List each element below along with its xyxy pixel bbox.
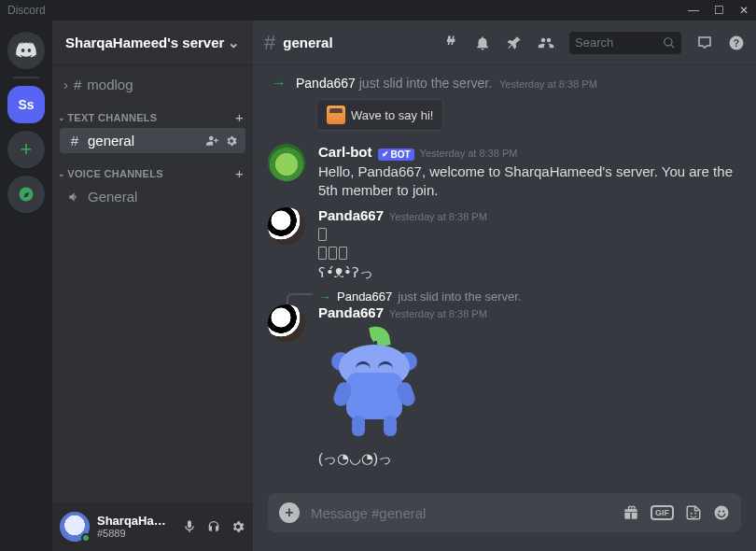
channel-modlog[interactable]: › # modlog xyxy=(56,71,249,98)
username: SharqaHam... xyxy=(97,515,172,528)
pinned-icon[interactable] xyxy=(506,35,523,51)
emoji-icon[interactable] xyxy=(713,504,730,521)
explore-button[interactable] xyxy=(7,176,45,213)
home-button[interactable] xyxy=(7,32,45,69)
discord-logo-icon xyxy=(16,39,36,63)
system-text: Panda667 just slid into the server. Yest… xyxy=(296,76,597,91)
notifications-icon[interactable] xyxy=(474,35,491,51)
channel-label: modlog xyxy=(87,77,133,92)
guild-selected[interactable]: Ss xyxy=(7,86,45,123)
chevron-down-icon: ⌄ xyxy=(228,35,240,51)
window-controls: — ☐ ✕ xyxy=(688,4,749,17)
user-tag: #5889 xyxy=(97,528,172,539)
attach-button[interactable]: + xyxy=(279,502,300,523)
message-content: (っ◔◡◔)っ xyxy=(318,320,741,468)
message-author[interactable]: Panda667 xyxy=(318,304,384,320)
message-timestamp: Yesterday at 8:38 PM xyxy=(389,308,487,319)
chevron-down-icon: ⌄ xyxy=(58,113,65,122)
sticker-wumpus[interactable] xyxy=(318,328,430,449)
message-content: ʕ•́ᴥ•̀ʔっ xyxy=(318,223,741,282)
category-label: VOICE CHANNELS xyxy=(67,168,163,179)
message-timestamp: Yesterday at 8:38 PM xyxy=(420,148,518,159)
message-carlbot: Carl-bot ✔BOT Yesterday at 8:38 PM Hello… xyxy=(253,138,741,202)
invite-icon[interactable] xyxy=(206,134,219,148)
join-arrow-icon: → xyxy=(318,290,331,304)
mute-icon[interactable] xyxy=(182,519,197,534)
message-input[interactable] xyxy=(311,505,611,521)
wave-label: Wave to say hi! xyxy=(351,108,433,122)
gift-icon[interactable] xyxy=(623,504,639,521)
members-icon[interactable] xyxy=(538,35,554,51)
user-panel: SharqaHam... #5889 xyxy=(52,502,253,551)
server-name: SharqaHameed's server xyxy=(65,35,224,50)
category-label: TEXT CHANNELS xyxy=(67,112,157,123)
reply-text: just slid into the server. xyxy=(398,290,521,304)
sticker-icon[interactable] xyxy=(685,504,702,521)
minimize-button[interactable]: — xyxy=(688,4,699,17)
search-icon xyxy=(663,36,676,49)
gif-icon[interactable]: GIF xyxy=(651,505,674,520)
message-panda-1: Panda667 Yesterday at 8:38 PM ʕ•́ᴥ•̀ʔっ xyxy=(253,202,741,284)
channel-general-voice[interactable]: General xyxy=(60,184,245,209)
help-icon[interactable]: ? xyxy=(728,35,745,51)
status-online-icon xyxy=(81,533,91,543)
svg-point-6 xyxy=(719,510,721,512)
svg-point-4 xyxy=(694,513,696,515)
app-title: Discord xyxy=(7,4,46,17)
threads-icon[interactable] xyxy=(442,35,459,51)
chat-area: # general Search xyxy=(253,21,756,551)
gear-icon[interactable] xyxy=(225,134,238,148)
plus-icon: + xyxy=(21,137,33,162)
channel-title: general xyxy=(283,35,332,50)
bot-badge: ✔BOT xyxy=(378,148,414,161)
message-timestamp: Yesterday at 8:38 PM xyxy=(389,211,487,222)
maximize-button[interactable]: ☐ xyxy=(714,4,724,17)
guild-separator xyxy=(13,77,39,78)
svg-text:?: ? xyxy=(734,36,739,48)
category-voice-channels[interactable]: ⌄ VOICE CHANNELS + xyxy=(56,154,249,183)
add-server-button[interactable]: + xyxy=(7,131,45,168)
reply-user: Panda667 xyxy=(337,290,392,304)
close-button[interactable]: ✕ xyxy=(739,4,749,17)
reply-reference[interactable]: → Panda667 just slid into the server. xyxy=(253,284,741,304)
channel-label: General xyxy=(88,189,137,205)
chat-header: # general Search xyxy=(253,21,756,65)
speaker-icon xyxy=(67,191,82,204)
join-arrow-icon: → xyxy=(272,75,287,92)
avatar[interactable] xyxy=(268,207,305,245)
wave-button[interactable]: Wave to say hi! xyxy=(316,99,443,131)
add-channel-button[interactable]: + xyxy=(235,109,244,125)
reply-spine-icon xyxy=(287,293,313,304)
settings-icon[interactable] xyxy=(231,519,245,534)
inbox-icon[interactable] xyxy=(696,35,713,51)
server-header[interactable]: SharqaHameed's server ⌄ xyxy=(52,21,253,65)
avatar[interactable] xyxy=(268,304,305,342)
channel-scroll: › # modlog ⌄ TEXT CHANNELS + # general xyxy=(52,65,253,502)
guild-list: Ss + xyxy=(0,21,52,551)
channel-label: general xyxy=(88,133,134,148)
system-join-message: → Panda667 just slid into the server. Ye… xyxy=(253,69,741,93)
hash-icon: # xyxy=(264,31,275,55)
message-panda-2: Panda667 Yesterday at 8:38 PM xyxy=(253,304,741,470)
guild-initials: Ss xyxy=(18,97,34,112)
svg-point-7 xyxy=(722,510,724,512)
deafen-icon[interactable] xyxy=(206,519,221,534)
message-author[interactable]: Carl-bot xyxy=(318,144,372,160)
system-user[interactable]: Panda667 xyxy=(296,76,356,91)
chevron-right-icon: › xyxy=(63,77,68,92)
system-timestamp: Yesterday at 8:38 PM xyxy=(499,78,597,90)
search-input[interactable]: Search xyxy=(569,32,681,54)
avatar[interactable] xyxy=(60,512,90,542)
avatar[interactable] xyxy=(268,144,305,181)
svg-point-0 xyxy=(25,193,27,195)
compose-box: + GIF xyxy=(268,493,741,532)
wave-emoji-icon xyxy=(327,106,345,124)
user-info[interactable]: SharqaHam... #5889 xyxy=(97,515,172,539)
chevron-down-icon: ⌄ xyxy=(58,169,65,178)
compass-icon xyxy=(18,186,35,203)
message-content: Hello, Panda667, welcome to SharqaHameed… xyxy=(318,161,741,201)
channel-general-text[interactable]: # general xyxy=(60,128,245,153)
category-text-channels[interactable]: ⌄ TEXT CHANNELS + xyxy=(56,98,249,127)
message-author[interactable]: Panda667 xyxy=(318,207,384,223)
add-channel-button[interactable]: + xyxy=(235,165,244,181)
